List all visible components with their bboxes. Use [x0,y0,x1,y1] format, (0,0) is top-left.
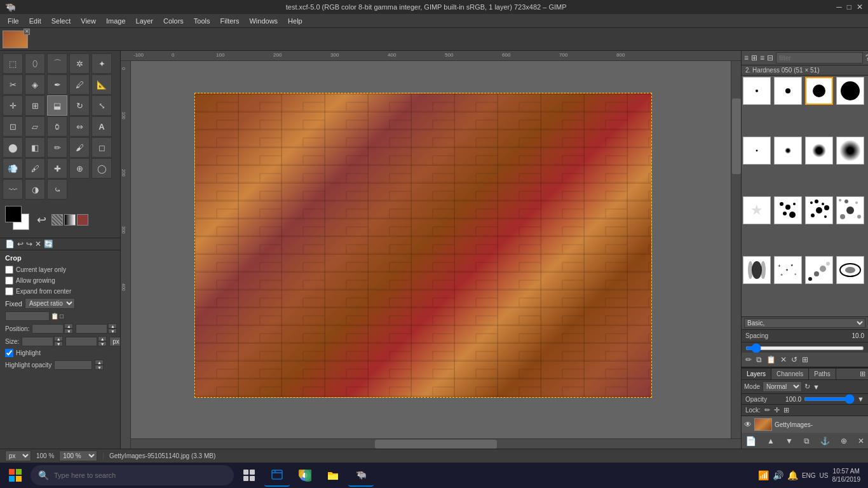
unified-transform-tool[interactable]: ⧮ [47,116,67,137]
rect-select-tool[interactable]: ⬚ [3,53,23,74]
foreground-background-colors[interactable] [5,206,33,234]
brush-item[interactable]: + ✦ + ★ + [774,256,802,284]
canvas-image[interactable] [194,93,652,398]
opacity-down[interactable]: ▼ [95,365,104,370]
size-x-input[interactable]: 0 [22,337,53,346]
scrollbar-thumb-h[interactable] [375,440,497,449]
blend-mode-select[interactable]: Normal Dissolve Multiply Screen [763,381,802,392]
network-icon[interactable]: 📶 [758,470,769,480]
brush-item[interactable] [836,196,864,224]
opacity-slider[interactable] [804,397,855,401]
menu-help[interactable]: Help [283,16,308,26]
menu-image[interactable]: Image [101,16,131,26]
vertical-scrollbar[interactable] [731,61,741,438]
fuzzy-select-tool[interactable]: ✲ [69,53,90,74]
edit-brush-icon[interactable]: ✏ [744,354,753,365]
status-unit-select[interactable]: px mm in [5,451,31,461]
brush-item[interactable] [774,196,802,224]
highlight-opacity-input[interactable]: 50.0 [54,360,92,370]
reset-mode-icon[interactable]: ↻ [804,383,810,391]
size-x-down[interactable]: ▼ [54,341,63,346]
brush-item[interactable] [774,137,802,165]
lock-pixels-icon[interactable]: ✏ [764,406,770,414]
delete-layer-icon[interactable]: ✕ [857,435,865,447]
spacing-slider[interactable] [745,346,864,350]
lock-position-icon[interactable]: ✛ [774,406,780,414]
search-box[interactable]: 🔍 [31,465,234,485]
gimp-taskbar-icon[interactable]: 🐃 [348,464,374,487]
color-picker-tool[interactable]: 🖊 [69,74,90,95]
anchor-layer-icon[interactable]: ⚓ [819,435,831,447]
fixed-select[interactable]: Aspect ratio Width Height Size None [25,298,75,309]
color-rotate-tool[interactable]: ⤿ [47,179,67,200]
size-y-input[interactable]: 0 [65,337,97,346]
reset-size-icon[interactable]: □ [60,313,64,320]
size-y-spinner[interactable]: ▲ ▼ [98,336,107,346]
blur-sharpen-tool[interactable]: ◯ [92,158,112,179]
size-x-spinner[interactable]: ▲ ▼ [54,336,63,346]
paint-brush-tool[interactable]: 🖌 [69,137,90,158]
pattern-indicator[interactable] [51,214,63,226]
menu-windows[interactable]: Windows [244,16,283,26]
brush-item[interactable] [743,77,771,105]
layer-visibility-icon[interactable]: 👁 [744,420,752,429]
more-modes-icon[interactable]: ▼ [813,383,820,391]
size-x-up[interactable]: ▲ [54,336,63,341]
text-tool[interactable]: A [92,116,112,137]
tab-channels[interactable]: Channels [771,369,809,379]
panel-menu-icon[interactable]: ≡ [744,53,749,62]
tab-layers[interactable]: Layers [742,369,771,379]
merge-layer-icon[interactable]: ⊕ [839,435,848,447]
file-explorer-taskbar-icon[interactable] [320,464,346,487]
explorer-taskbar-icon[interactable] [264,464,290,487]
text-view-icon[interactable]: ≡ [760,53,764,62]
opacity-up[interactable]: ▲ [95,360,104,365]
menu-view[interactable]: View [76,16,101,26]
notification-icon[interactable]: 🔔 [787,470,798,480]
volume-icon[interactable]: 🔊 [773,470,783,480]
search-input[interactable] [54,471,219,479]
size-y-up[interactable]: ▲ [98,336,107,341]
menu-select[interactable]: Select [46,16,76,26]
layer-item[interactable]: 👁 GettyImages- [742,416,868,433]
chrome-taskbar-icon[interactable] [292,464,318,487]
foreground-color-swatch[interactable] [5,206,22,222]
maximize-button[interactable]: □ [847,3,851,11]
menu-tools[interactable]: Tools [189,16,215,26]
size-value-input[interactable]: 723:482 [5,311,50,321]
brush-category-select[interactable]: Basic, Sketch Texture [744,318,865,328]
rotate-tool[interactable]: ↻ [69,95,90,116]
close-image-button[interactable]: ✕ [24,29,30,35]
pos-y-up[interactable]: ▲ [108,323,117,329]
color-indicator[interactable] [77,214,88,226]
close-button[interactable]: ✕ [857,3,863,11]
new-image-icon[interactable]: 📄 [5,240,15,248]
open-image-thumb[interactable]: ✕ [3,30,28,48]
pos-y-down[interactable]: ▼ [108,329,117,334]
task-view-button[interactable] [236,464,262,487]
size-y-down[interactable]: ▼ [98,341,107,346]
copy-brush-icon[interactable]: 📋 [765,354,777,365]
layers-panel-menu[interactable]: ⊞ [857,369,868,379]
tab-paths[interactable]: Paths [809,369,836,379]
shear-tool[interactable]: ⊡ [3,116,23,137]
lower-layer-icon[interactable]: ▼ [784,435,794,447]
airbrush-tool[interactable]: 💨 [3,158,23,179]
pos-x-up[interactable]: ▲ [64,323,73,329]
scale-tool[interactable]: ⤡ [92,95,112,116]
brush-item[interactable] [836,137,864,165]
foreground-select-tool[interactable]: ◈ [25,74,45,95]
paths-tool[interactable]: ✒ [47,74,67,95]
brush-item[interactable] [836,256,864,284]
erase-tool[interactable]: ◻ [92,137,112,158]
color-select-tool[interactable]: ✦ [92,53,112,74]
free-select-tool[interactable]: ⌒ [47,53,67,74]
highlight-opacity-spinner[interactable]: ▲ ▼ [95,360,104,370]
brush-item[interactable] [743,256,771,284]
help-icon[interactable]: ? [865,53,868,62]
copy-size-icon[interactable]: 📋 [51,313,58,320]
horizontal-scrollbar[interactable] [131,438,741,449]
move-tool[interactable]: ✛ [3,95,23,116]
grid-view-icon[interactable]: ⊞ [751,53,757,62]
brush-item[interactable] [805,137,833,165]
